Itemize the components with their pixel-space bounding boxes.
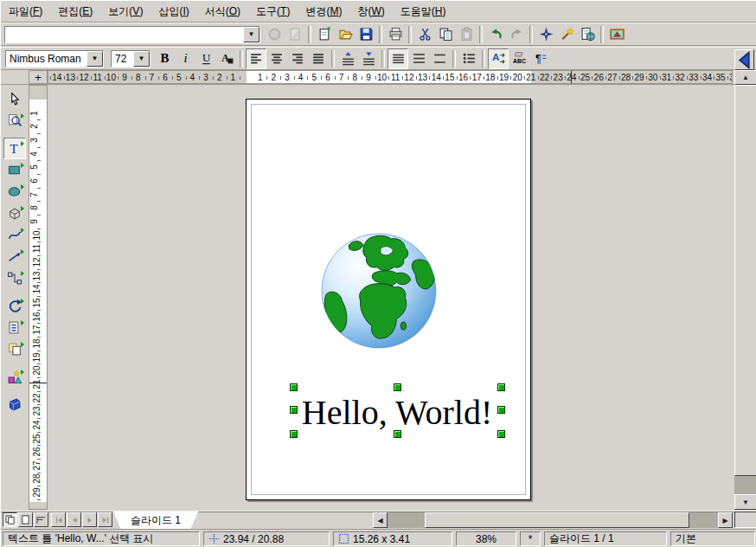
scroll-left-button[interactable]: ◀ bbox=[373, 512, 388, 528]
selection-handle-mid-left[interactable] bbox=[290, 406, 298, 414]
selection-handle-bottom-center[interactable] bbox=[394, 430, 401, 438]
tab-slide-1[interactable]: 슬라이드 1 bbox=[113, 512, 198, 530]
selection-handle-top-center[interactable] bbox=[394, 383, 401, 391]
paragraph-dialog-button[interactable]: ¶ bbox=[529, 48, 550, 69]
rectangle-tool-button[interactable] bbox=[3, 159, 26, 181]
print-button[interactable] bbox=[385, 24, 406, 45]
autopilot-button[interactable] bbox=[556, 24, 577, 45]
scroll-down-button[interactable]: ▼ bbox=[734, 494, 756, 510]
menu-h[interactable]: 도움말(H) bbox=[393, 2, 454, 22]
arrange-tool-button[interactable] bbox=[3, 338, 26, 360]
gallery-button[interactable] bbox=[606, 24, 627, 45]
font-name-combo[interactable]: ▼ bbox=[5, 50, 104, 68]
spacing-increase-button[interactable] bbox=[337, 48, 358, 69]
3d-objects-icon bbox=[7, 206, 22, 221]
horizontal-scrollbar[interactable]: ◀ ▶ bbox=[373, 512, 733, 528]
status-page-style[interactable]: 기본 bbox=[670, 531, 755, 546]
align-center-button[interactable] bbox=[266, 48, 287, 69]
menu-t[interactable]: 도구(T) bbox=[248, 2, 298, 22]
slide-view-button[interactable] bbox=[3, 512, 17, 527]
vertical-scrollbar-thumb[interactable] bbox=[734, 85, 756, 476]
copy-button[interactable] bbox=[435, 24, 456, 45]
text-attributes-button[interactable]: A bbox=[488, 48, 509, 69]
italic-button[interactable]: i bbox=[175, 48, 195, 69]
font-color-icon: A bbox=[220, 51, 234, 66]
previous-slide-button[interactable] bbox=[67, 512, 81, 527]
selection-handle-bottom-right[interactable] bbox=[497, 430, 505, 438]
save-button[interactable] bbox=[356, 24, 376, 45]
selection-handle-top-left[interactable] bbox=[290, 383, 298, 391]
ruler-tick bbox=[443, 76, 444, 80]
zoom-tool-button[interactable] bbox=[3, 110, 26, 132]
align-left-button[interactable] bbox=[246, 48, 266, 69]
bullets-button[interactable] bbox=[458, 48, 479, 69]
controller-3d-tool-button[interactable] bbox=[3, 394, 26, 415]
new-document-button[interactable] bbox=[314, 24, 335, 45]
open-button[interactable] bbox=[335, 24, 356, 45]
workspace[interactable]: Hello, World! bbox=[48, 85, 734, 510]
chevron-down-icon[interactable]: ▼ bbox=[86, 51, 103, 67]
globe-image[interactable] bbox=[319, 231, 439, 351]
text-tool-button[interactable]: T bbox=[3, 138, 26, 159]
menu-v[interactable]: 보기(V) bbox=[100, 2, 151, 22]
slide-page[interactable]: Hello, World! bbox=[246, 99, 531, 500]
bold-button[interactable]: B bbox=[154, 48, 175, 69]
menu-e[interactable]: 편집(E) bbox=[50, 2, 100, 22]
alignment-tool-button[interactable] bbox=[3, 317, 26, 338]
rotate-tool-icon bbox=[7, 299, 22, 313]
scroll-right-button[interactable]: ▶ bbox=[718, 512, 733, 528]
effects-tool-button[interactable] bbox=[3, 366, 26, 388]
line-spacing-2-button[interactable] bbox=[429, 48, 450, 69]
navigator-button[interactable] bbox=[535, 24, 556, 45]
text-attributes-icon: A bbox=[491, 51, 506, 66]
menu-f[interactable]: 파일(F) bbox=[1, 2, 50, 22]
selection-handle-top-right[interactable] bbox=[497, 383, 505, 391]
objects-3d-tool-button[interactable] bbox=[3, 203, 26, 224]
ellipse-tool-button[interactable] bbox=[3, 181, 26, 203]
toolbar-separator bbox=[482, 50, 485, 68]
horizontal-scrollbar-thumb[interactable] bbox=[425, 512, 689, 528]
connector-tool-button[interactable] bbox=[3, 267, 26, 289]
master-view-button[interactable] bbox=[18, 512, 33, 527]
chevron-down-icon[interactable]: ▼ bbox=[243, 27, 259, 42]
menu-o[interactable]: 서식(O) bbox=[197, 2, 248, 22]
status-zoom[interactable]: 38% bbox=[456, 531, 516, 546]
character-dialog-button[interactable]: ABC bbox=[509, 48, 529, 69]
status-size[interactable]: 15.26 x 3.41 bbox=[333, 531, 452, 546]
curve-tool-button[interactable] bbox=[3, 224, 26, 246]
line-spacing-1-button[interactable] bbox=[388, 48, 408, 69]
font-color-button[interactable]: A bbox=[216, 48, 237, 69]
undo-button[interactable] bbox=[485, 24, 506, 45]
first-slide-button[interactable] bbox=[51, 512, 66, 527]
selection-handle-mid-right[interactable] bbox=[497, 406, 505, 414]
align-right-button[interactable] bbox=[287, 48, 308, 69]
lines-arrows-tool-button[interactable] bbox=[3, 246, 26, 267]
font-size-input[interactable] bbox=[112, 51, 133, 67]
status-slide-number[interactable]: 슬라이드 1 / 1 bbox=[544, 531, 667, 546]
toolbar-scroll-left-button[interactable] bbox=[734, 49, 754, 70]
line-spacing-15-button[interactable] bbox=[408, 48, 429, 69]
url-input[interactable] bbox=[5, 27, 243, 42]
font-name-input[interactable] bbox=[6, 51, 86, 67]
url-combo[interactable]: ▼ bbox=[4, 26, 260, 43]
select-tool-button[interactable] bbox=[3, 88, 26, 110]
next-slide-button[interactable] bbox=[82, 512, 97, 527]
menu-i[interactable]: 삽입(I) bbox=[151, 2, 196, 22]
align-justify-button[interactable] bbox=[308, 48, 329, 69]
font-size-combo[interactable]: ▼ bbox=[111, 50, 151, 68]
last-slide-button[interactable] bbox=[98, 512, 112, 527]
menu-m[interactable]: 변경(M) bbox=[298, 2, 349, 22]
cut-button[interactable] bbox=[414, 24, 435, 45]
selection-handle-bottom-left[interactable] bbox=[290, 430, 298, 438]
scroll-up-button[interactable]: ▲ bbox=[734, 70, 756, 85]
spacing-decrease-button[interactable] bbox=[358, 48, 379, 69]
status-position[interactable]: 23.94 / 20.88 bbox=[203, 531, 330, 546]
ruler-tick bbox=[118, 76, 119, 80]
layer-view-button[interactable] bbox=[34, 512, 48, 527]
web-document-button[interactable] bbox=[577, 24, 598, 45]
vertical-scrollbar[interactable]: ▲ ▼ bbox=[734, 70, 756, 510]
chevron-down-icon[interactable]: ▼ bbox=[133, 51, 150, 67]
underline-button[interactable]: U bbox=[195, 48, 216, 69]
menu-w[interactable]: 창(W) bbox=[349, 2, 392, 22]
rotate-tool-button[interactable] bbox=[3, 295, 26, 317]
